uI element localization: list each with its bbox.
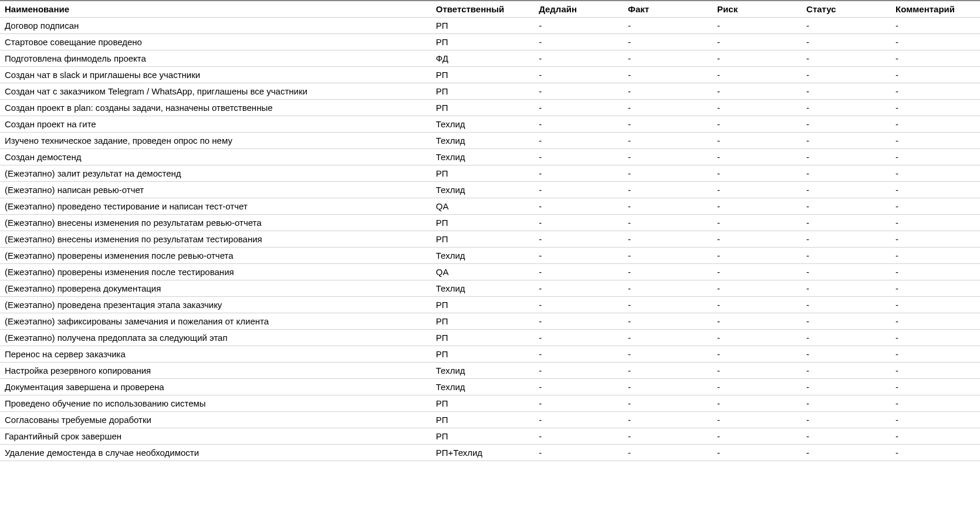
cell-responsible: РП <box>431 83 534 100</box>
table-row: (Ежеэтапно) получена предоплата за следу… <box>0 330 980 346</box>
cell-responsible: Техлид <box>431 116 534 133</box>
cell-fact: - <box>623 83 712 100</box>
cell-comment: - <box>891 428 980 445</box>
cell-responsible: Техлид <box>431 379 534 395</box>
cell-comment: - <box>891 280 980 297</box>
table-row: Подготовлена финмодель проектаФД----- <box>0 50 980 67</box>
cell-risk: - <box>712 248 802 264</box>
cell-name: Стартовое совещание проведено <box>0 34 431 50</box>
cell-responsible: РП <box>431 67 534 83</box>
cell-risk: - <box>712 445 802 461</box>
cell-deadline: - <box>534 34 623 50</box>
cell-name: Документация завершена и проверена <box>0 379 431 395</box>
table-row: (Ежеэтапно) написан ревью-отчетТехлид---… <box>0 182 980 198</box>
table-row: Изучено техническое задание, проведен оп… <box>0 133 980 149</box>
cell-fact: - <box>623 363 712 379</box>
table-row: (Ежеэтапно) проверены изменения после те… <box>0 264 980 280</box>
cell-name: Гарантийный срок завершен <box>0 428 431 445</box>
cell-responsible: РП <box>431 18 534 34</box>
cell-name: Создан чат в slack и приглашены все учас… <box>0 67 431 83</box>
cell-deadline: - <box>534 445 623 461</box>
cell-comment: - <box>891 182 980 198</box>
cell-name: Создан проект в plan: созданы задачи, на… <box>0 100 431 116</box>
cell-comment: - <box>891 412 980 428</box>
cell-name: (Ежеэтапно) получена предоплата за следу… <box>0 330 431 346</box>
cell-risk: - <box>712 264 802 280</box>
cell-fact: - <box>623 165 712 182</box>
cell-risk: - <box>712 34 802 50</box>
table-row: (Ежеэтапно) проведено тестирование и нап… <box>0 198 980 215</box>
cell-risk: - <box>712 182 802 198</box>
cell-comment: - <box>891 346 980 363</box>
cell-deadline: - <box>534 280 623 297</box>
cell-status: - <box>802 231 891 248</box>
cell-deadline: - <box>534 363 623 379</box>
cell-responsible: Техлид <box>431 248 534 264</box>
cell-comment: - <box>891 149 980 165</box>
cell-comment: - <box>891 100 980 116</box>
cell-deadline: - <box>534 412 623 428</box>
cell-name: Проведено обучение по использованию сист… <box>0 395 431 412</box>
cell-risk: - <box>712 395 802 412</box>
cell-status: - <box>802 379 891 395</box>
cell-responsible: РП <box>431 330 534 346</box>
table-header-row: Наименование Ответственный Дедлайн Факт … <box>0 1 980 18</box>
cell-risk: - <box>712 67 802 83</box>
cell-comment: - <box>891 445 980 461</box>
cell-risk: - <box>712 198 802 215</box>
cell-deadline: - <box>534 133 623 149</box>
cell-fact: - <box>623 67 712 83</box>
table-row: (Ежеэтапно) проведена презентация этапа … <box>0 297 980 313</box>
cell-comment: - <box>891 198 980 215</box>
cell-name: Изучено техническое задание, проведен оп… <box>0 133 431 149</box>
header-status: Статус <box>802 1 891 18</box>
cell-deadline: - <box>534 231 623 248</box>
cell-risk: - <box>712 428 802 445</box>
cell-comment: - <box>891 50 980 67</box>
table-row: (Ежеэтапно) зафиксированы замечания и по… <box>0 313 980 330</box>
table-row: Создан проект в plan: созданы задачи, на… <box>0 100 980 116</box>
cell-deadline: - <box>534 395 623 412</box>
cell-responsible: РП <box>431 346 534 363</box>
cell-deadline: - <box>534 50 623 67</box>
cell-deadline: - <box>534 165 623 182</box>
cell-status: - <box>802 264 891 280</box>
cell-name: (Ежеэтапно) проведено тестирование и нап… <box>0 198 431 215</box>
cell-deadline: - <box>534 100 623 116</box>
cell-name: Согласованы требуемые доработки <box>0 412 431 428</box>
cell-comment: - <box>891 231 980 248</box>
cell-status: - <box>802 313 891 330</box>
cell-name: Подготовлена финмодель проекта <box>0 50 431 67</box>
cell-name: Создан проект на гите <box>0 116 431 133</box>
cell-deadline: - <box>534 248 623 264</box>
cell-status: - <box>802 83 891 100</box>
cell-fact: - <box>623 149 712 165</box>
cell-fact: - <box>623 215 712 231</box>
cell-comment: - <box>891 34 980 50</box>
cell-status: - <box>802 34 891 50</box>
table-row: Создан чат с заказчиком Telegram / Whats… <box>0 83 980 100</box>
cell-comment: - <box>891 83 980 100</box>
table-row: Создан чат в slack и приглашены все учас… <box>0 67 980 83</box>
cell-status: - <box>802 330 891 346</box>
cell-fact: - <box>623 248 712 264</box>
cell-fact: - <box>623 346 712 363</box>
cell-deadline: - <box>534 182 623 198</box>
cell-status: - <box>802 445 891 461</box>
cell-status: - <box>802 215 891 231</box>
cell-fact: - <box>623 182 712 198</box>
cell-fact: - <box>623 280 712 297</box>
table-row: (Ежеэтапно) проверены изменения после ре… <box>0 248 980 264</box>
cell-risk: - <box>712 215 802 231</box>
table-row: Стартовое совещание проведеноРП----- <box>0 34 980 50</box>
cell-fact: - <box>623 412 712 428</box>
cell-deadline: - <box>534 149 623 165</box>
cell-name: Перенос на сервер заказчика <box>0 346 431 363</box>
cell-name: Удаление демостенда в случае необходимос… <box>0 445 431 461</box>
cell-name: (Ежеэтапно) внесены изменения по результ… <box>0 231 431 248</box>
table-row: Настройка резервного копированияТехлид--… <box>0 363 980 379</box>
cell-responsible: Техлид <box>431 280 534 297</box>
cell-deadline: - <box>534 379 623 395</box>
cell-comment: - <box>891 297 980 313</box>
table-row: (Ежеэтапно) залит результат на демостенд… <box>0 165 980 182</box>
